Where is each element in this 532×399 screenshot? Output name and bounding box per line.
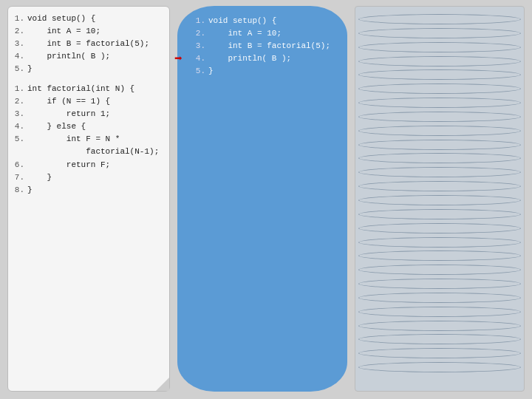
line-number: 3. <box>195 40 205 52</box>
code-line: 6. return F; <box>14 159 163 171</box>
call-stack-wave <box>358 209 521 219</box>
code-line: 8.} <box>14 184 163 197</box>
call-stack-wave <box>358 98 521 108</box>
header-row <box>0 0 532 6</box>
line-code: factorial(N-1); <box>27 146 159 158</box>
exec-code-line: 3. int B = factorial(5); <box>191 40 334 52</box>
call-stack-wave <box>358 167 521 177</box>
code-line: factorial(N-1); <box>14 146 163 158</box>
code-block-2: 1.int factorial(int N) {2. if (N == 1) {… <box>14 83 163 196</box>
line-number: 2. <box>195 27 205 40</box>
line-number: 8. <box>14 184 24 197</box>
call-stack-wave <box>358 237 521 248</box>
call-stack-wave <box>358 307 521 317</box>
code-line: 3. int B = factorial(5); <box>14 38 163 50</box>
call-stack-wave <box>358 83 521 94</box>
call-stack-wave <box>358 279 521 289</box>
call-stack-wave <box>358 56 521 66</box>
line-number: 6. <box>14 159 24 171</box>
code-line: 2. int A = 10; <box>14 25 163 38</box>
compiled-code-panel: 1.void setup() {2. int A = 10;3. int B =… <box>7 6 170 392</box>
call-stack-wave <box>358 14 521 24</box>
line-code: int B = factorial(5); <box>208 40 330 52</box>
line-number: 4. <box>195 52 205 65</box>
line-code: } <box>27 63 33 75</box>
line-code: return 1; <box>27 108 110 120</box>
call-stack-wave <box>358 42 521 52</box>
line-number: 5. <box>195 65 205 78</box>
call-stack-wave <box>358 140 521 150</box>
line-number: 2. <box>14 95 24 108</box>
exec-code-line: 1.void setup() { <box>191 15 334 27</box>
line-number: 1. <box>14 83 24 95</box>
call-stack-wave <box>358 153 521 163</box>
call-stack-wave <box>358 334 521 344</box>
code-line: 1.int factorial(int N) { <box>14 83 163 95</box>
call-stack-wave <box>358 265 521 275</box>
code-line: 4. } else { <box>14 120 163 133</box>
line-code: int A = 10; <box>27 25 100 38</box>
line-code: } <box>27 184 33 197</box>
call-stack-wave <box>358 126 521 136</box>
code-line: 4. println( B ); <box>14 50 163 63</box>
call-stack-panel <box>355 6 525 392</box>
call-stack-wave <box>358 181 521 191</box>
call-stack-wave <box>358 250 521 261</box>
line-code: println( B ); <box>208 52 291 65</box>
line-code: } <box>27 171 52 184</box>
call-stack-wave <box>358 28 521 38</box>
line-code: println( B ); <box>27 50 110 63</box>
code-line: 3. return 1; <box>14 108 163 120</box>
line-number: 2. <box>14 25 24 38</box>
call-stack-wave <box>358 195 521 205</box>
call-stack-wave <box>358 362 521 372</box>
code-line: 2. if (N == 1) { <box>14 95 163 108</box>
exec-code-line: 5.} <box>191 65 334 78</box>
call-stack-wave <box>358 223 521 233</box>
line-code: int A = 10; <box>208 27 282 40</box>
line-code: int factorial(int N) { <box>27 83 134 95</box>
line-code: if (N == 1) { <box>27 95 110 108</box>
call-stack-wave <box>358 348 521 358</box>
content-row: 1.void setup() {2. int A = 10;3. int B =… <box>0 6 532 399</box>
exec-code-line: ➡4. println( B ); <box>191 52 334 65</box>
line-number: 7. <box>14 171 24 184</box>
executing-function-panel: 1.void setup() {2. int A = 10;3. int B =… <box>177 6 347 392</box>
line-number: 3. <box>14 108 24 120</box>
line-code: int F = N * <box>27 133 120 146</box>
line-code: int B = factorial(5); <box>27 38 149 50</box>
line-number: 4. <box>14 50 24 63</box>
line-number: 3. <box>14 38 24 50</box>
line-code: void setup() { <box>208 15 276 27</box>
current-line-arrow: ➡ <box>174 52 183 66</box>
code-block-1: 1.void setup() {2. int A = 10;3. int B =… <box>14 13 163 75</box>
code-line: 1.void setup() { <box>14 13 163 25</box>
line-code: } else { <box>27 120 86 133</box>
call-stack-wave <box>358 112 521 122</box>
line-number: 5. <box>14 133 24 146</box>
code-line: 5. int F = N * <box>14 133 163 146</box>
line-code: return F; <box>27 159 110 171</box>
line-number: 5. <box>14 63 24 75</box>
line-number <box>14 146 24 158</box>
line-number: 4. <box>14 120 24 133</box>
code-line: 7. } <box>14 171 163 184</box>
line-code: } <box>208 65 214 78</box>
call-stack-wave <box>358 321 521 331</box>
code-line: 5.} <box>14 63 163 75</box>
call-stack-wave <box>358 293 521 303</box>
line-code: void setup() { <box>27 13 95 25</box>
exec-code-line: 2. int A = 10; <box>191 27 334 40</box>
line-number: 1. <box>14 13 24 25</box>
call-stack-wave <box>358 69 521 80</box>
line-number: 1. <box>195 15 205 27</box>
